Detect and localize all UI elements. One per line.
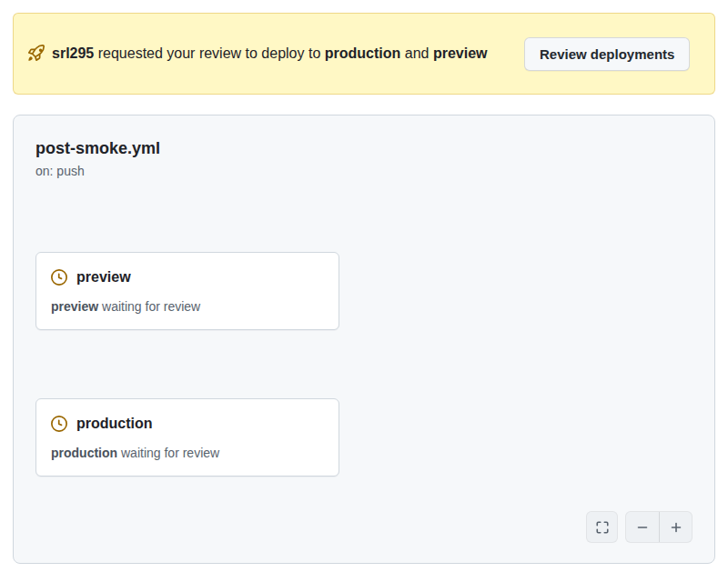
- job-header: production: [51, 414, 324, 434]
- workflow-file-title: post-smoke.yml: [35, 137, 693, 159]
- banner-text-and: and: [400, 45, 433, 61]
- page: srl295 requested your review to deploy t…: [0, 0, 728, 577]
- actor-login: srl295: [52, 45, 94, 61]
- clock-waiting-icon: [51, 416, 67, 432]
- graph-controls: [586, 511, 693, 543]
- workflow-graph-card: post-smoke.yml on: push preview preview …: [13, 115, 715, 564]
- job-name: production: [76, 414, 153, 434]
- fit-to-screen-icon: [595, 520, 610, 535]
- environment-preview: preview: [433, 45, 488, 61]
- banner-text-requested: requested your review to deploy to: [94, 45, 324, 61]
- job-card-preview[interactable]: preview preview waiting for review: [35, 252, 339, 330]
- job-status: production waiting for review: [51, 445, 324, 461]
- job-status-environment: production: [51, 446, 117, 460]
- deployment-review-banner: srl295 requested your review to deploy t…: [13, 13, 715, 95]
- job-card-production[interactable]: production production waiting for review: [35, 398, 339, 477]
- fit-to-screen-button[interactable]: [586, 511, 618, 543]
- zoom-in-icon: [669, 520, 683, 535]
- job-status-text: waiting for review: [117, 446, 219, 460]
- zoom-out-icon: [635, 520, 650, 535]
- job-status: preview waiting for review: [51, 298, 324, 315]
- clock-waiting-icon: [51, 269, 67, 286]
- job-header: preview: [51, 267, 324, 287]
- job-status-text: waiting for review: [98, 299, 200, 314]
- zoom-control-group: [625, 511, 693, 543]
- job-name: preview: [76, 267, 131, 287]
- zoom-out-button[interactable]: [626, 512, 659, 542]
- job-status-environment: preview: [51, 299, 98, 314]
- zoom-in-button[interactable]: [659, 512, 692, 542]
- workflow-trigger: on: push: [35, 163, 693, 179]
- banner-message: srl295 requested your review to deploy t…: [28, 42, 524, 65]
- rocket-icon: [28, 45, 45, 61]
- review-deployments-button[interactable]: Review deployments: [524, 37, 690, 71]
- environment-production: production: [325, 45, 401, 61]
